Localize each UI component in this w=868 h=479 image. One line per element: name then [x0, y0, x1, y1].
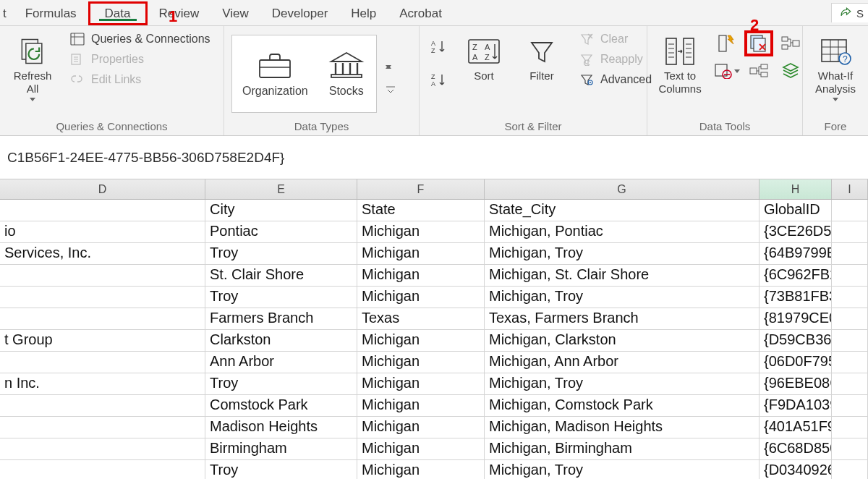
cell[interactable]: St. Clair Shore — [205, 265, 357, 286]
cell[interactable]: Troy — [205, 243, 357, 264]
cell[interactable]: Michigan, Troy — [485, 373, 760, 394]
tab-review[interactable]: Review — [148, 1, 211, 25]
gallery-more[interactable] — [386, 85, 396, 95]
cell[interactable]: Texas, Farmers Branch — [485, 308, 760, 329]
filter-button[interactable]: Filter — [516, 30, 567, 84]
cell[interactable] — [0, 460, 205, 479]
table-row[interactable]: Troy Michigan Michigan, Troy {73B81FB3-6… — [0, 287, 868, 308]
cell[interactable]: Michigan — [357, 330, 485, 351]
cell[interactable]: Michigan, Troy — [485, 243, 760, 264]
col-header-E[interactable]: E — [205, 179, 357, 199]
sort-desc-button[interactable]: ZA — [427, 69, 451, 90]
cell[interactable]: Michigan — [357, 221, 485, 242]
table-row[interactable]: n Inc. Troy Michigan Michigan, Troy {96E… — [0, 373, 868, 395]
cell[interactable] — [0, 417, 205, 438]
cell[interactable]: Michigan, Birmingham — [485, 438, 760, 459]
cell[interactable] — [0, 200, 205, 221]
col-header-G[interactable]: G — [485, 179, 760, 199]
cell[interactable] — [0, 352, 205, 373]
col-header-D[interactable]: D — [0, 179, 205, 199]
cell[interactable]: {6C962FB2-1504- — [760, 265, 832, 286]
table-row[interactable]: Comstock Park Michigan Michigan, Comstoc… — [0, 395, 868, 417]
cell[interactable] — [832, 438, 868, 459]
cell[interactable]: Madison Heights — [205, 417, 357, 438]
cell[interactable]: Troy — [205, 287, 357, 308]
cell[interactable] — [832, 417, 868, 438]
cell[interactable]: {64B9799E-76CE- — [760, 243, 832, 264]
cell[interactable]: Troy — [205, 373, 357, 394]
tab-acrobat[interactable]: Acrobat — [388, 1, 454, 25]
cell[interactable]: Michigan, Comstock Park — [485, 395, 760, 416]
table-row[interactable]: Madison Heights Michigan Michigan, Madis… — [0, 417, 868, 438]
cell[interactable] — [0, 438, 205, 459]
cell[interactable] — [832, 200, 868, 221]
table-row[interactable]: io Pontiac Michigan Michigan, Pontiac {3… — [0, 221, 868, 243]
tab-formulas[interactable]: Formulas — [14, 1, 88, 25]
cell[interactable]: {F9DA1039-2501- — [760, 395, 832, 416]
cell[interactable]: {81979CE0-AC0B- — [760, 308, 832, 329]
refresh-all-button[interactable]: Refresh All — [7, 30, 58, 103]
cell[interactable]: State_City — [485, 200, 760, 221]
cell[interactable]: {401A51F9-63C3- — [760, 417, 832, 438]
text-to-columns-button[interactable]: Text to Columns — [655, 30, 705, 97]
header-row[interactable]: City State State_City GlobalID — [0, 200, 868, 221]
cell[interactable]: Texas — [357, 308, 485, 329]
table-row[interactable]: St. Clair Shore Michigan Michigan, St. C… — [0, 265, 868, 287]
cell[interactable]: t Group — [0, 330, 205, 351]
cell[interactable]: Michigan, Troy — [485, 460, 760, 479]
table-row[interactable]: Farmers Branch Texas Texas, Farmers Bran… — [0, 308, 868, 330]
cell[interactable]: Michigan — [357, 373, 485, 394]
gallery-down[interactable] — [386, 69, 396, 79]
tab-view[interactable]: View — [210, 1, 260, 25]
cell[interactable]: Troy — [205, 460, 357, 479]
cell[interactable] — [832, 221, 868, 242]
table-row[interactable]: Services, Inc. Troy Michigan Michigan, T… — [0, 243, 868, 265]
tab-data[interactable]: Data — [88, 1, 148, 25]
cell[interactable]: n Inc. — [0, 373, 205, 394]
cell[interactable] — [832, 373, 868, 394]
formula-bar[interactable]: C1B56F1-24EE-4775-BB56-306D758E2D4F} — [0, 136, 868, 179]
cell[interactable]: Ann Arbor — [205, 352, 357, 373]
remove-duplicates-button[interactable]: 2 — [744, 30, 773, 56]
table-row[interactable]: Birmingham Michigan Michigan, Birmingham… — [0, 438, 868, 460]
cell[interactable]: Clarkston — [205, 330, 357, 351]
cell[interactable]: Michigan — [357, 395, 485, 416]
cell[interactable]: GlobalID — [760, 200, 832, 221]
col-header-F[interactable]: F — [357, 179, 485, 199]
cell[interactable]: Michigan — [357, 243, 485, 264]
cell[interactable]: io — [0, 221, 205, 242]
cell[interactable]: Michigan — [357, 460, 485, 479]
cell[interactable]: {D0340926-0797- — [760, 460, 832, 479]
queries-connections-button[interactable]: Queries & Connections — [65, 30, 215, 48]
cell[interactable] — [832, 265, 868, 286]
cell[interactable]: Michigan — [357, 265, 485, 286]
cell[interactable]: Michigan — [357, 438, 485, 459]
cell[interactable]: {73B81FB3-6CA8- — [760, 287, 832, 308]
cell[interactable] — [832, 308, 868, 329]
relationships-button[interactable] — [744, 58, 773, 84]
cell[interactable] — [832, 243, 868, 264]
cell[interactable] — [832, 395, 868, 416]
cell[interactable] — [0, 395, 205, 416]
cell[interactable]: Michigan, Clarkston — [485, 330, 760, 351]
cell[interactable]: {D59CB362-2B3B- — [760, 330, 832, 351]
cell[interactable]: {96EBE08C-127F- — [760, 373, 832, 394]
cell[interactable]: Michigan, Troy — [485, 287, 760, 308]
cell[interactable] — [832, 287, 868, 308]
cell[interactable] — [832, 352, 868, 373]
share-button[interactable]: S — [831, 3, 868, 22]
cell[interactable]: Michigan, Madison Heights — [485, 417, 760, 438]
data-validation-button[interactable] — [712, 58, 741, 84]
worksheet[interactable]: City State State_City GlobalID io Pontia… — [0, 200, 868, 479]
sort-button[interactable]: Z A A Z Sort — [459, 30, 509, 84]
tab-partial[interactable]: t — [0, 1, 14, 25]
cell[interactable] — [0, 308, 205, 329]
cell[interactable]: Comstock Park — [205, 395, 357, 416]
cell[interactable]: {3CE26D5B-6B8E- — [760, 221, 832, 242]
whatif-button[interactable]: ? What-If Analysis — [810, 30, 861, 103]
cell[interactable] — [0, 287, 205, 308]
cell[interactable]: Farmers Branch — [205, 308, 357, 329]
datatype-stocks[interactable]: Stocks — [327, 50, 366, 98]
gallery-up[interactable] — [386, 53, 396, 63]
consolidate-button[interactable] — [776, 30, 805, 56]
